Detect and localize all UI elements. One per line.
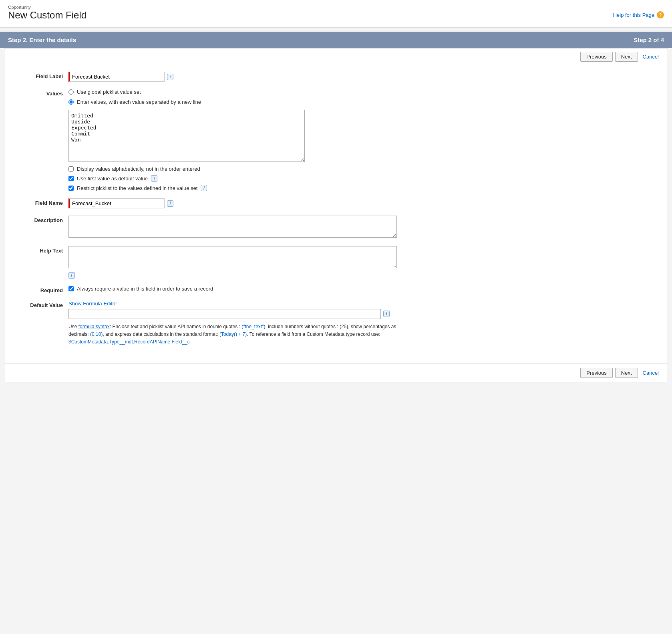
- default-value-input[interactable]: [68, 309, 381, 319]
- help-text-label: Help Text: [12, 246, 68, 254]
- bottom-cancel-button[interactable]: Cancel: [640, 368, 661, 378]
- radio-global-picklist-label: Use global picklist value set: [77, 89, 141, 95]
- picklist-values-textarea[interactable]: Omitted Upside Expected Commit Won: [68, 110, 305, 162]
- checkbox-first-default[interactable]: Use first value as default value i: [68, 175, 660, 182]
- field-name-info-icon[interactable]: i: [167, 200, 173, 207]
- required-content: Always require a value in this field in …: [68, 286, 660, 292]
- checkbox-alphabetical-label: Display values alphabetically, not in th…: [77, 166, 200, 172]
- checkbox-first-default-info-icon[interactable]: i: [151, 175, 157, 182]
- top-toolbar: Previous Next Cancel: [4, 48, 668, 65]
- checkbox-first-default-input[interactable]: [68, 176, 74, 181]
- help-text-textarea[interactable]: [68, 246, 397, 268]
- help-link-text: Help for this Page: [613, 12, 654, 18]
- values-row: Values Use global picklist value set Ent…: [12, 89, 660, 191]
- default-value-label: Default Value: [12, 301, 68, 308]
- description-row: Description: [12, 216, 660, 239]
- step-title: Step 2. Enter the details: [8, 36, 76, 43]
- checkbox-restrict-picklist-input[interactable]: [68, 186, 74, 191]
- page-title: New Custom Field: [8, 10, 87, 20]
- show-formula-link[interactable]: Show Formula Editor: [68, 301, 660, 307]
- default-value-info-icon[interactable]: i: [383, 311, 390, 317]
- bottom-previous-button[interactable]: Previous: [580, 368, 613, 378]
- field-label-content: i: [68, 72, 660, 82]
- show-formula-link-text: Show Formula Editor: [68, 301, 117, 307]
- default-value-content: Show Formula Editor i Use formula syntax…: [68, 301, 660, 346]
- formula-syntax-link[interactable]: formula syntax: [78, 324, 110, 329]
- help-link[interactable]: Help for this Page ?: [613, 11, 664, 18]
- field-label-row: Field Label i: [12, 72, 660, 82]
- top-cancel-button[interactable]: Cancel: [640, 52, 661, 62]
- checkbox-restrict-picklist[interactable]: Restrict picklist to the values defined …: [68, 185, 660, 191]
- field-label-info-icon[interactable]: i: [167, 74, 173, 80]
- custom-metadata-link[interactable]: $CustomMetadata.Type__mdt.RecordAPIName.…: [68, 339, 190, 345]
- values-label: Values: [12, 89, 68, 97]
- top-previous-button[interactable]: Previous: [580, 52, 613, 62]
- step-header: Step 2. Enter the details Step 2 of 4: [0, 32, 672, 48]
- required-row: Required Always require a value in this …: [12, 286, 660, 293]
- radio-enter-values-label: Enter values, with each value separated …: [77, 99, 201, 105]
- radio-global-picklist[interactable]: Use global picklist value set: [68, 89, 660, 95]
- form-section: Field Label i Values Use global picklist…: [4, 65, 668, 359]
- field-label-input[interactable]: [68, 72, 165, 82]
- field-name-label: Field Name: [12, 198, 68, 206]
- step-indicator: Step 2 of 4: [634, 36, 664, 43]
- radio-enter-values[interactable]: Enter values, with each value separated …: [68, 99, 660, 105]
- checkbox-restrict-picklist-info-icon[interactable]: i: [201, 185, 207, 191]
- main-card: Previous Next Cancel Field Label i Value…: [4, 48, 668, 382]
- bottom-toolbar: Previous Next Cancel: [4, 363, 668, 382]
- help-text-info-icon[interactable]: i: [68, 272, 75, 279]
- values-content: Use global picklist value set Enter valu…: [68, 89, 660, 191]
- field-name-content: i: [68, 198, 660, 208]
- field-label-label: Field Label: [12, 72, 68, 79]
- description-label: Description: [12, 216, 68, 223]
- checkbox-alphabetical-input[interactable]: [68, 166, 74, 172]
- default-value-row: Default Value Show Formula Editor i Use …: [12, 301, 660, 346]
- required-label: Required: [12, 286, 68, 293]
- help-text-row: Help Text i: [12, 246, 660, 279]
- checkbox-restrict-picklist-label: Restrict picklist to the values defined …: [77, 185, 197, 191]
- required-checkbox[interactable]: Always require a value in this field in …: [68, 286, 660, 292]
- description-content: [68, 216, 660, 239]
- checkbox-first-default-label: Use first value as default value: [77, 176, 148, 182]
- description-textarea[interactable]: [68, 216, 397, 238]
- field-name-row: Field Name i: [12, 198, 660, 208]
- help-icon: ?: [657, 11, 664, 18]
- bottom-next-button[interactable]: Next: [615, 368, 638, 378]
- field-name-input[interactable]: [68, 198, 165, 208]
- required-checkbox-label: Always require a value in this field in …: [77, 286, 213, 292]
- object-label: Opportunity: [8, 5, 664, 10]
- formula-hint: Use formula syntax: Enclose text and pic…: [68, 323, 397, 346]
- required-checkbox-input[interactable]: [68, 286, 74, 291]
- radio-enter-values-input[interactable]: [68, 99, 74, 105]
- checkbox-alphabetical[interactable]: Display values alphabetically, not in th…: [68, 166, 660, 172]
- radio-global-picklist-input[interactable]: [68, 89, 74, 95]
- help-text-content: i: [68, 246, 660, 279]
- top-next-button[interactable]: Next: [615, 52, 638, 62]
